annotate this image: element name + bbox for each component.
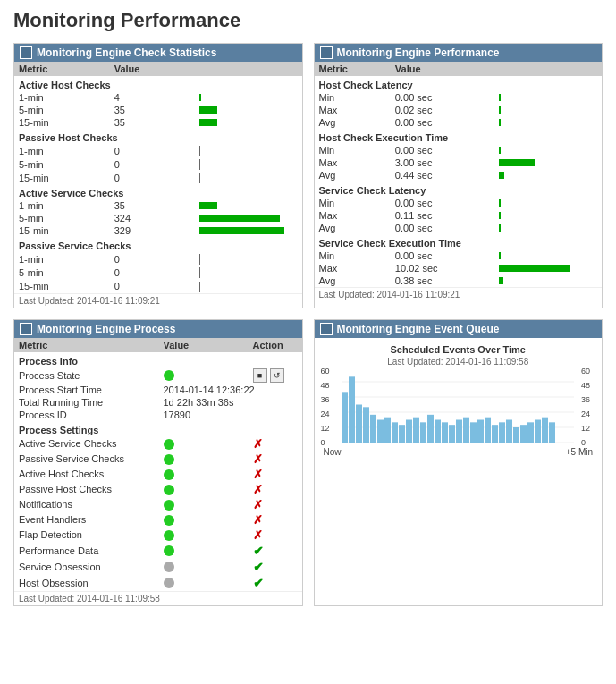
- table-row: 15-min 35: [14, 116, 302, 129]
- status-indicator: [164, 578, 174, 588]
- table-row: 15-min 329: [14, 224, 302, 237]
- table-row: 15-min 0: [14, 171, 302, 184]
- process-title: Monitoring Engine Process: [14, 320, 302, 338]
- total-running-time-row: Total Running Time 1d 22h 33m 36s: [14, 396, 302, 409]
- process-id-row: Process ID 17890: [14, 409, 302, 421]
- status-indicator: [164, 545, 174, 556]
- process-id-label: Process ID: [14, 409, 159, 421]
- table-row: 5-min 0: [14, 266, 302, 279]
- table-row: Avg 0.00 sec: [315, 222, 603, 234]
- table-row: Performance Data ✔: [14, 543, 302, 559]
- check-stats-icon: [20, 46, 32, 59]
- status-indicator: [164, 469, 174, 480]
- check-stats-table: Metric Value Active Host Checks 1-min 4 …: [14, 62, 302, 293]
- state-indicator: [164, 370, 174, 381]
- status-indicator: [164, 485, 174, 495]
- table-row: Notifications ✗: [14, 497, 302, 512]
- table-row: 1-min 0: [14, 252, 302, 266]
- table-row: Min 0.00 sec: [315, 197, 603, 209]
- chart-wrapper: 60483624120 60483624120 Now +5 Min: [319, 367, 598, 457]
- col-value: Value: [159, 338, 249, 352]
- table-row: Active Host Checks ✗: [14, 467, 302, 482]
- x-label-left: Now: [324, 447, 342, 457]
- x-icon: ✗: [253, 483, 263, 496]
- process-state-row: Process State ■ ↺: [14, 367, 302, 384]
- table-row: Min 0.00 sec: [315, 249, 603, 262]
- table-row: Active Service Checks ✗: [14, 436, 302, 452]
- table-row: Flap Detection ✗: [14, 528, 302, 543]
- x-label-right: +5 Min: [566, 447, 593, 457]
- process-state-value: [159, 367, 249, 384]
- status-indicator: [164, 454, 174, 465]
- chart-y-left: 60483624120: [321, 367, 330, 447]
- table-row: 5-min 0: [14, 157, 302, 171]
- bar-chart: [337, 367, 580, 447]
- process-panel: Monitoring Engine Process Metric Value A…: [13, 319, 303, 606]
- chart-subtitle: Last Updated: 2014-01-16 11:09:58: [319, 357, 598, 367]
- table-row: 1-min 35: [14, 199, 302, 212]
- table-row: 5-min 35: [14, 104, 302, 116]
- engine-perf-panel: Monitoring Engine Performance Metric Val…: [314, 43, 603, 308]
- table-row: Min 0.00 sec: [315, 91, 603, 104]
- table-row: 1-min 0: [14, 144, 302, 157]
- event-queue-panel: Monitoring Engine Event Queue Scheduled …: [314, 319, 603, 606]
- restart-button[interactable]: ↺: [270, 368, 284, 383]
- check-stats-panel: Monitoring Engine Check Statistics Metri…: [13, 43, 303, 308]
- x-icon: ✗: [253, 437, 263, 451]
- table-row: Avg 0.38 sec: [315, 274, 603, 287]
- page-title: Monitoring Performance: [13, 9, 603, 32]
- table-row: Passive Service Checks ✗: [14, 452, 302, 467]
- table-row: 5-min 324: [14, 212, 302, 224]
- check-icon: ✔: [253, 544, 264, 558]
- table-row: Service Obsession ✔: [14, 559, 302, 575]
- total-running-time-label: Total Running Time: [14, 396, 159, 409]
- event-queue-icon: [320, 323, 333, 335]
- col-bar: [494, 62, 602, 76]
- table-row: Max 3.00 sec: [315, 156, 603, 169]
- engine-perf-last-updated: Last Updated: 2014-01-16 11:09:21: [315, 287, 603, 301]
- total-running-time-value: 1d 22h 33m 36s: [159, 396, 302, 409]
- col-metric: Metric: [315, 62, 391, 76]
- col-metric: Metric: [14, 338, 159, 352]
- process-start-time-value: 2014-01-14 12:36:22: [159, 384, 302, 396]
- status-indicator: [164, 562, 174, 572]
- col-value: Value: [110, 62, 195, 76]
- check-icon: ✔: [253, 560, 264, 574]
- check-stats-title: Monitoring Engine Check Statistics: [14, 44, 302, 62]
- status-indicator: [164, 515, 174, 526]
- check-stats-last-updated: Last Updated: 2014-01-16 11:09:21: [14, 293, 302, 308]
- chart-x-labels: Now +5 Min: [319, 447, 598, 457]
- status-indicator: [164, 530, 174, 541]
- table-row: Avg 0.00 sec: [315, 116, 603, 129]
- check-icon: ✔: [253, 576, 264, 590]
- event-queue-title: Monitoring Engine Event Queue: [315, 320, 603, 338]
- process-last-updated: Last Updated: 2014-01-16 11:09:58: [14, 591, 302, 605]
- x-icon: ✗: [253, 498, 263, 511]
- table-row: Max 0.02 sec: [315, 104, 603, 116]
- chart-title: Scheduled Events Over Time: [319, 342, 598, 357]
- col-metric: Metric: [14, 62, 110, 76]
- process-id-value: 17890: [159, 409, 302, 421]
- col-value: Value: [391, 62, 494, 76]
- x-icon: ✗: [253, 468, 263, 481]
- table-row: Event Handlers ✗: [14, 512, 302, 528]
- process-state-label: Process State: [14, 367, 159, 384]
- table-row: 15-min 0: [14, 279, 302, 292]
- table-row: Passive Host Checks ✗: [14, 482, 302, 497]
- stop-button[interactable]: ■: [253, 368, 267, 383]
- table-row: Max 0.11 sec: [315, 209, 603, 222]
- status-indicator: [164, 500, 174, 511]
- table-row: Avg 0.44 sec: [315, 169, 603, 182]
- col-action: Action: [249, 338, 302, 352]
- process-start-time-row: Process Start Time 2014-01-14 12:36:22: [14, 384, 302, 396]
- process-table: Metric Value Action Process Info Process…: [14, 338, 302, 591]
- chart-y-right: 60483624120: [581, 367, 590, 447]
- col-bar: [195, 62, 302, 76]
- status-indicator: [164, 439, 174, 450]
- table-row: Max 10.02 sec: [315, 262, 603, 274]
- process-icon: [20, 323, 32, 335]
- engine-perf-table: Metric Value Host Check Latency Min 0.00…: [315, 62, 603, 287]
- x-icon: ✗: [253, 452, 263, 466]
- chart-area: Scheduled Events Over Time Last Updated:…: [315, 338, 603, 461]
- table-row: Min 0.00 sec: [315, 144, 603, 156]
